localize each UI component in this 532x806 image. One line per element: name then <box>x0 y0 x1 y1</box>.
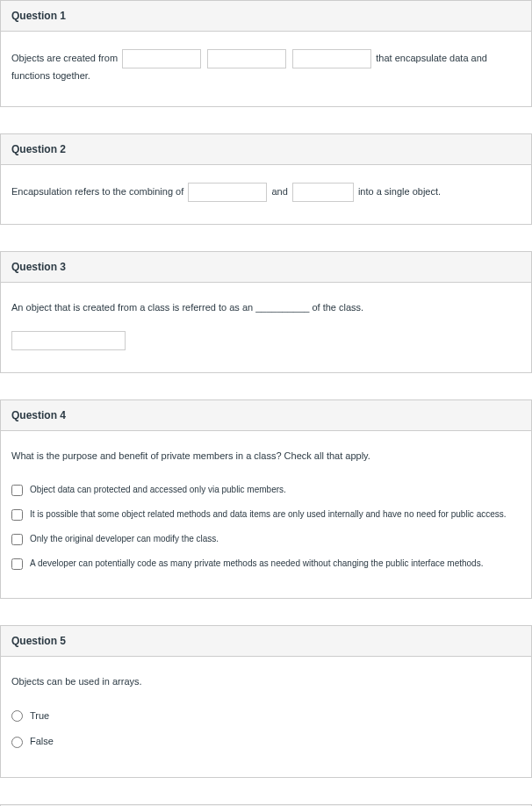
question-1-block: Question 1 Objects are created from that… <box>0 0 532 107</box>
question-4-header: Question 4 <box>1 400 531 431</box>
q4-prompt: What is the purpose and benefit of priva… <box>11 449 521 464</box>
q3-blank-1[interactable] <box>11 331 126 350</box>
q2-blank-1[interactable] <box>188 183 267 202</box>
q4-checkbox-0[interactable] <box>11 485 23 496</box>
q5-option-label-0: True <box>30 709 49 724</box>
question-3-block: Question 3 An object that is created fro… <box>0 251 532 374</box>
question-4-body: What is the purpose and benefit of priva… <box>1 431 531 598</box>
q4-checkbox-2[interactable] <box>11 534 23 545</box>
q4-option-3[interactable]: A developer can potentially code as many… <box>11 551 521 576</box>
q2-text-mid: and <box>271 186 287 197</box>
question-5-header: Question 5 <box>1 626 531 657</box>
q1-text-before: Objects are created from <box>11 53 118 63</box>
question-3-body: An object that is created from a class i… <box>1 283 531 373</box>
q4-option-label-2: Only the original developer can modify t… <box>30 532 219 546</box>
q5-option-label-1: False <box>30 734 54 750</box>
question-3-title: Question 3 <box>11 261 66 273</box>
q2-text-before: Encapsulation refers to the combining of <box>11 186 183 197</box>
question-1-body: Objects are created from that encapsulat… <box>1 32 531 106</box>
question-4-block: Question 4 What is the purpose and benef… <box>0 399 532 599</box>
q4-option-label-3: A developer can potentially code as many… <box>30 557 483 571</box>
question-1-title: Question 1 <box>11 10 66 22</box>
q4-checkbox-1[interactable] <box>11 509 23 521</box>
question-5-block: Question 5 Objects can be used in arrays… <box>0 625 532 778</box>
q5-option-0[interactable]: True <box>11 703 521 730</box>
question-1-header: Question 1 <box>1 1 531 32</box>
q4-option-0[interactable]: Object data can protected and accessed o… <box>11 478 521 502</box>
q5-prompt: Objects can be used in arrays. <box>11 674 521 690</box>
q3-prompt: An object that is created from a class i… <box>11 300 521 316</box>
q4-option-label-1: It is possible that some object related … <box>30 507 507 522</box>
q1-blank-3[interactable] <box>292 49 371 68</box>
question-3-header: Question 3 <box>1 252 531 283</box>
q1-blank-1[interactable] <box>122 49 201 68</box>
question-4-title: Question 4 <box>11 409 66 421</box>
question-2-header: Question 2 <box>1 134 531 165</box>
question-5-title: Question 5 <box>11 635 66 647</box>
question-2-title: Question 2 <box>11 143 66 155</box>
question-2-body: Encapsulation refers to the combining of… <box>1 165 531 224</box>
q4-option-2[interactable]: Only the original developer can modify t… <box>11 527 521 551</box>
q2-blank-2[interactable] <box>292 183 354 202</box>
q4-option-1[interactable]: It is possible that some object related … <box>11 502 521 527</box>
q4-checkbox-3[interactable] <box>11 558 23 570</box>
q5-radio-false[interactable] <box>11 737 23 748</box>
question-2-block: Question 2 Encapsulation refers to the c… <box>0 133 532 225</box>
question-5-body: Objects can be used in arrays. True Fals… <box>1 657 531 777</box>
q1-blank-2[interactable] <box>207 49 286 68</box>
q5-radio-true[interactable] <box>11 710 23 722</box>
q4-option-label-0: Object data can protected and accessed o… <box>30 483 286 497</box>
q5-option-1[interactable]: False <box>11 729 521 755</box>
q2-text-after: into a single object. <box>358 186 441 197</box>
